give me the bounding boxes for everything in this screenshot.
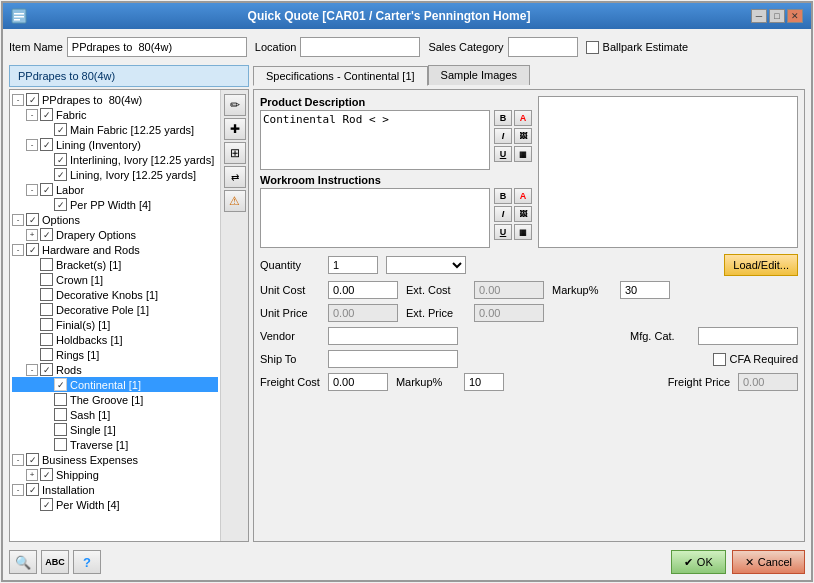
expander-lining[interactable]: -	[26, 139, 38, 151]
pencil-button[interactable]: ✏	[224, 94, 246, 116]
tree-item-holdbacks[interactable]: Holdbacks [1]	[12, 332, 218, 347]
search-button[interactable]: 🔍	[9, 550, 37, 574]
tree-item-decorative-knobs[interactable]: Decorative Knobs [1]	[12, 287, 218, 302]
cancel-button[interactable]: ✕ Cancel	[732, 550, 805, 574]
italic-btn-2[interactable]: I	[494, 206, 512, 222]
sales-category-input[interactable]	[508, 37, 578, 57]
tree-item-single[interactable]: Single [1]	[12, 422, 218, 437]
tree-item-interlining[interactable]: Interlining, Ivory [12.25 yards]	[12, 152, 218, 167]
cb-installation[interactable]	[26, 483, 39, 496]
cb-drapery-options[interactable]	[40, 228, 53, 241]
help-button[interactable]: ?	[73, 550, 101, 574]
load-edit-button[interactable]: Load/Edit...	[724, 254, 798, 276]
cb-single[interactable]	[54, 423, 67, 436]
tree-item-per-width[interactable]: Per Width [4]	[12, 497, 218, 512]
tree-item-sash[interactable]: Sash [1]	[12, 407, 218, 422]
cb-the-groove[interactable]	[54, 393, 67, 406]
font-color-btn-1[interactable]: A	[514, 110, 532, 126]
freight-markup-input[interactable]	[464, 373, 504, 391]
expander-rods[interactable]: -	[26, 364, 38, 376]
tab-sample-images[interactable]: Sample Images	[428, 65, 530, 85]
expander-installation[interactable]: -	[12, 484, 24, 496]
table-btn-1[interactable]: ▦	[514, 146, 532, 162]
tree-item-shipping[interactable]: + Shipping	[12, 467, 218, 482]
tree-item-hardware[interactable]: - Hardware and Rods	[12, 242, 218, 257]
tree-item-rings[interactable]: Rings [1]	[12, 347, 218, 362]
cfa-required-checkbox[interactable]	[713, 353, 726, 366]
minimize-button[interactable]: ─	[751, 9, 767, 23]
cb-per-width[interactable]	[40, 498, 53, 511]
cb-business[interactable]	[26, 453, 39, 466]
tree-item-lining[interactable]: - Lining (Inventory)	[12, 137, 218, 152]
underline-btn-2[interactable]: U	[494, 224, 512, 240]
cb-shipping[interactable]	[40, 468, 53, 481]
ok-button[interactable]: ✔ OK	[671, 550, 726, 574]
item-name-input[interactable]	[67, 37, 247, 57]
tree-item-main-fabric[interactable]: Main Fabric [12.25 yards]	[12, 122, 218, 137]
cb-holdbacks[interactable]	[40, 333, 53, 346]
cb-decorative-knobs[interactable]	[40, 288, 53, 301]
tree-item-the-groove[interactable]: The Groove [1]	[12, 392, 218, 407]
quantity-select[interactable]	[386, 256, 466, 274]
cb-brackets[interactable]	[40, 258, 53, 271]
tree-item-continental[interactable]: Continental [1]	[12, 377, 218, 392]
cb-rods[interactable]	[40, 363, 53, 376]
tree-item-per-pp-width[interactable]: Per PP Width [4]	[12, 197, 218, 212]
tab-specifications[interactable]: Specifications - Continental [1]	[253, 66, 428, 86]
tree-item-business-expenses[interactable]: - Business Expenses	[12, 452, 218, 467]
quantity-input[interactable]	[328, 256, 378, 274]
underline-btn-1[interactable]: U	[494, 146, 512, 162]
expander-ppdrapes[interactable]: -	[12, 94, 24, 106]
bold-btn-1[interactable]: B	[494, 110, 512, 126]
tree-item-fabric[interactable]: - Fabric	[12, 107, 218, 122]
image-insert-btn-1[interactable]: 🖼	[514, 128, 532, 144]
expander-fabric[interactable]: -	[26, 109, 38, 121]
tree-item-installation[interactable]: - Installation	[12, 482, 218, 497]
image-insert-btn-2[interactable]: 🖼	[514, 206, 532, 222]
vendor-input[interactable]	[328, 327, 458, 345]
cb-rings[interactable]	[40, 348, 53, 361]
tree-item-lining-ivory[interactable]: Lining, Ivory [12.25 yards]	[12, 167, 218, 182]
expander-drapery-options[interactable]: +	[26, 229, 38, 241]
cb-continental[interactable]	[54, 378, 67, 391]
cb-labor[interactable]	[40, 183, 53, 196]
expander-options[interactable]: -	[12, 214, 24, 226]
tree-area[interactable]: - PPdrapes to 80(4w) - Fabric	[10, 90, 220, 541]
abc-button[interactable]: ABC	[41, 550, 69, 574]
cb-lining-ivory[interactable]	[54, 168, 67, 181]
cb-hardware[interactable]	[26, 243, 39, 256]
cb-fabric[interactable]	[40, 108, 53, 121]
markup-pct-input[interactable]	[620, 281, 670, 299]
expander-hardware[interactable]: -	[12, 244, 24, 256]
italic-btn-1[interactable]: I	[494, 128, 512, 144]
tree-item-crown[interactable]: Crown [1]	[12, 272, 218, 287]
cb-ppdrapes[interactable]	[26, 93, 39, 106]
tree-item-traverse[interactable]: Traverse [1]	[12, 437, 218, 452]
bold-btn-2[interactable]: B	[494, 188, 512, 204]
location-input[interactable]	[300, 37, 420, 57]
expander-shipping[interactable]: +	[26, 469, 38, 481]
ballpark-estimate-checkbox[interactable]	[586, 41, 599, 54]
font-color-btn-2[interactable]: A	[514, 188, 532, 204]
cb-sash[interactable]	[54, 408, 67, 421]
move-button[interactable]: ⇄	[224, 166, 246, 188]
product-description-input[interactable]: Continental Rod < >	[260, 110, 490, 170]
cb-finials[interactable]	[40, 318, 53, 331]
tree-item-options[interactable]: - Options	[12, 212, 218, 227]
cb-lining[interactable]	[40, 138, 53, 151]
tree-item-ppdrapes[interactable]: - PPdrapes to 80(4w)	[12, 92, 218, 107]
cb-main-fabric[interactable]	[54, 123, 67, 136]
tree-item-rods[interactable]: - Rods	[12, 362, 218, 377]
cb-crown[interactable]	[40, 273, 53, 286]
cb-traverse[interactable]	[54, 438, 67, 451]
expander-labor[interactable]: -	[26, 184, 38, 196]
cb-decorative-pole[interactable]	[40, 303, 53, 316]
tree-item-finials[interactable]: Finial(s) [1]	[12, 317, 218, 332]
warning-button[interactable]: ⚠	[224, 190, 246, 212]
tree-item-brackets[interactable]: Bracket(s) [1]	[12, 257, 218, 272]
cb-options[interactable]	[26, 213, 39, 226]
workroom-instructions-input[interactable]	[260, 188, 490, 248]
maximize-button[interactable]: □	[769, 9, 785, 23]
cb-interlining[interactable]	[54, 153, 67, 166]
table-btn-2[interactable]: ▦	[514, 224, 532, 240]
